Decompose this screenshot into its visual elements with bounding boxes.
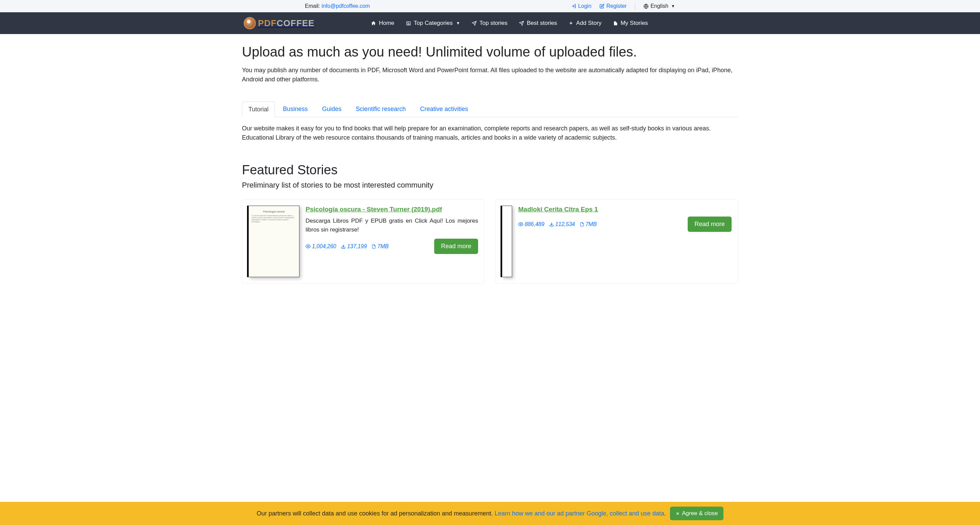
newspaper-icon [406,21,411,26]
story-title[interactable]: Madloki Cerita Citra Eps 1 [518,206,732,213]
file-icon [372,244,376,249]
register-icon [600,4,605,8]
story-thumbnail[interactable] [502,206,512,277]
nav-top-categories[interactable]: Top Categories ▼ [406,20,460,27]
login-icon [571,4,576,8]
topbar-email: Email: info@pdfcoffee.com [243,3,370,9]
story-size: 7MB [372,243,388,250]
nav-best-stories-label: Best stories [527,20,557,27]
tab-business[interactable]: Business [276,101,314,117]
thumb-text: Lo que las personas manipuladoras perver… [249,213,299,224]
nav-my-stories-label: My Stories [620,20,648,27]
nav-top-stories-label: Top stories [479,20,508,27]
nav-home[interactable]: Home [371,20,394,27]
logo-coffee: COFFEE [277,18,314,28]
read-more-button[interactable]: Read more [688,217,732,232]
story-card: Madloki Cerita Citra Eps 1 886,489 112,5… [495,199,738,284]
nav-best-stories[interactable]: Best stories [519,20,557,27]
nav-add-story-label: Add Story [576,20,601,27]
caret-down-icon: ▼ [456,21,460,26]
home-icon [371,21,376,26]
download-icon [341,244,346,249]
tabs: Tutorial Business Guides Scientific rese… [242,101,738,117]
register-label: Register [606,3,627,9]
topbar-divider [635,3,635,10]
story-card: Psicología oscura Lo que las personas ma… [242,199,485,284]
logo-icon [243,17,256,29]
language-label: English [651,3,668,9]
eye-icon [518,222,523,227]
featured-title: Featured Stories [242,163,738,177]
send-icon [519,21,524,26]
logo[interactable]: PDFCOFFEE [243,17,314,29]
login-label: Login [578,3,592,9]
nav-add-story[interactable]: Add Story [569,20,601,27]
story-views: 886,489 [518,221,544,227]
email-label: Email: [305,3,321,9]
topbar: Email: info@pdfcoffee.com Login Register… [0,0,980,12]
tab-creative-activities[interactable]: Creative activities [414,101,475,117]
story-title[interactable]: Psicología oscura - Steven Turner (2019)… [305,206,478,213]
email-link[interactable]: info@pdfcoffee.com [321,3,370,9]
caret-down-icon: ▼ [671,4,675,8]
story-downloads: 112,534 [549,221,575,227]
story-meta: 886,489 112,534 7MB [518,221,597,227]
register-link[interactable]: Register [600,3,627,9]
hero-sub: You may publish any number of documents … [242,66,738,84]
file-icon [613,21,618,26]
story-size: 7MB [580,221,597,227]
send-icon [472,21,477,26]
story-downloads: 137,199 [341,243,367,250]
nav-top-stories[interactable]: Top stories [472,20,508,27]
language-dropdown[interactable]: English ▼ [643,3,675,9]
tab-guides[interactable]: Guides [315,101,348,117]
svg-point-13 [308,246,309,247]
download-icon [549,222,554,227]
nav-my-stories[interactable]: My Stories [613,20,648,27]
plus-icon [569,21,573,26]
featured-sub: Preliminary list of stories to be most i… [242,181,738,190]
file-icon [580,222,584,227]
navbar: PDFCOFFEE Home Top Categories ▼ Top stor… [0,12,980,34]
story-desc: Descarga Libros PDF y EPUB gratis en Cli… [305,217,478,234]
tab-tutorial[interactable]: Tutorial [242,101,275,117]
read-more-button[interactable]: Read more [434,239,478,254]
tab-content: Our website makes it easy for you to fin… [242,124,738,142]
tab-scientific-research[interactable]: Scientific research [349,101,412,117]
login-link[interactable]: Login [571,3,592,9]
eye-icon [305,244,311,249]
nav-top-categories-label: Top Categories [414,20,453,27]
thumb-title: Psicología oscura [249,206,299,213]
story-thumbnail[interactable]: Psicología oscura Lo que las personas ma… [248,206,299,277]
svg-point-15 [520,224,522,225]
globe-icon [643,4,649,9]
logo-pdf: PDF [258,18,277,28]
hero-title: Upload as much as you need! Unlimited vo… [242,44,738,60]
story-meta: 1,004,260 137,199 7MB [305,243,388,250]
story-views: 1,004,260 [305,243,336,250]
nav-home-label: Home [379,20,394,27]
